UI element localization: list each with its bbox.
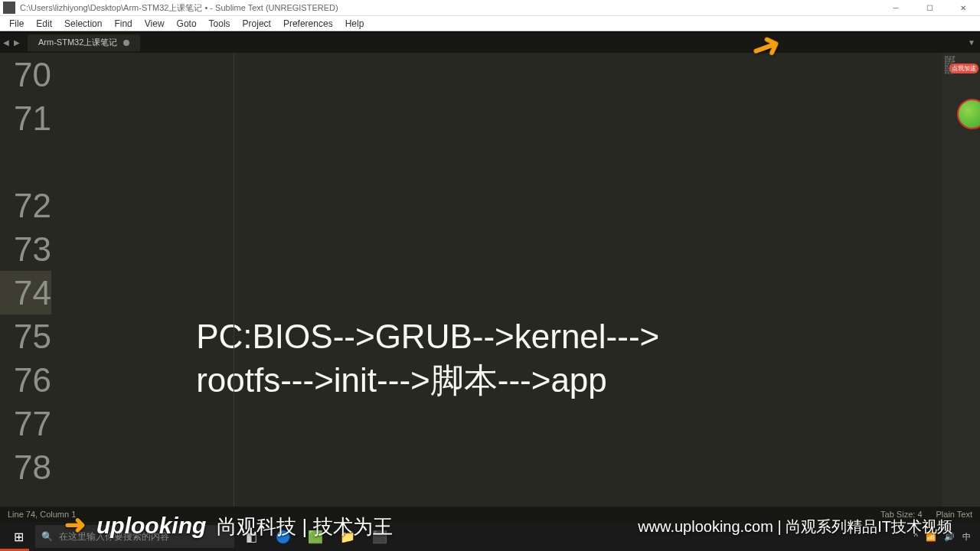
menu-bar: File Edit Selection Find View Goto Tools… (0, 16, 980, 31)
tray-ime-icon[interactable]: 中 (962, 531, 971, 543)
menu-project[interactable]: Project (237, 18, 277, 30)
start-button[interactable]: ⊞ (3, 524, 34, 549)
close-button[interactable]: ✕ (946, 0, 980, 15)
minimap-badge[interactable]: 点我加速 (949, 64, 978, 73)
tab-dropdown-icon[interactable]: ▼ (968, 38, 975, 47)
menu-tools[interactable]: Tools (203, 18, 237, 30)
menu-find[interactable]: Find (108, 18, 138, 30)
minimap[interactable]: 点我加速 ████ ██ ███ ██ ████ ██ ███ ██ ████ … (942, 53, 980, 507)
menu-file[interactable]: File (3, 18, 30, 30)
tab-label: Arm-STM32上课笔记 (38, 37, 117, 48)
maximize-button[interactable]: ☐ (913, 0, 946, 15)
watermark-left: ➜ uplooking 尚观科技 | 技术为王 (64, 509, 393, 540)
window-title: C:\Users\lizhiyong\Desktop\Arm-STM32上课笔记… (18, 2, 879, 14)
code-content[interactable]: PC:BIOS-->GRUB-->kernel---> rootfs--->in… (65, 53, 980, 507)
nav-back-icon[interactable]: ◀ (3, 38, 9, 47)
tab-nav: ◀ ▶ (0, 32, 23, 53)
app-icon (3, 2, 15, 14)
watermark-url: www.uplooking.com (638, 518, 773, 535)
search-icon: 🔍 (41, 531, 53, 542)
watermark-tagline: | 尚观系列精品IT技术视频 (777, 518, 952, 535)
nav-forward-icon[interactable]: ▶ (14, 38, 20, 47)
tab-active[interactable]: Arm-STM32上课笔记 (28, 34, 140, 51)
menu-selection[interactable]: Selection (58, 18, 108, 30)
dirty-indicator-icon (123, 40, 129, 46)
watermark-right: www.uplooking.com | 尚观系列精品IT技术视频 (638, 517, 952, 537)
watermark-slogan: 尚观科技 | 技术为王 (217, 514, 392, 540)
indent-guide (234, 53, 234, 507)
window-controls: ─ ☐ ✕ (879, 0, 980, 15)
menu-preferences[interactable]: Preferences (277, 18, 339, 30)
window-titlebar: C:\Users\lizhiyong\Desktop\Arm-STM32上课笔记… (0, 0, 980, 16)
minimize-button[interactable]: ─ (879, 0, 913, 15)
watermark-brand: uplooking (96, 513, 206, 539)
editor-area[interactable]: 70 71 72 73 74 75 76 77 78 PC:BIOS-->GRU… (0, 53, 980, 507)
menu-goto[interactable]: Goto (171, 18, 203, 30)
line-gutter: 70 71 72 73 74 75 76 77 78 (0, 53, 65, 507)
menu-help[interactable]: Help (339, 18, 371, 30)
watermark-arrow-icon: ➜ (64, 509, 86, 540)
menu-view[interactable]: View (139, 18, 171, 30)
menu-edit[interactable]: Edit (30, 18, 58, 30)
tab-bar: ◀ ▶ Arm-STM32上课笔记 ▼ (0, 31, 980, 53)
minimap-decoration-icon (957, 99, 980, 129)
